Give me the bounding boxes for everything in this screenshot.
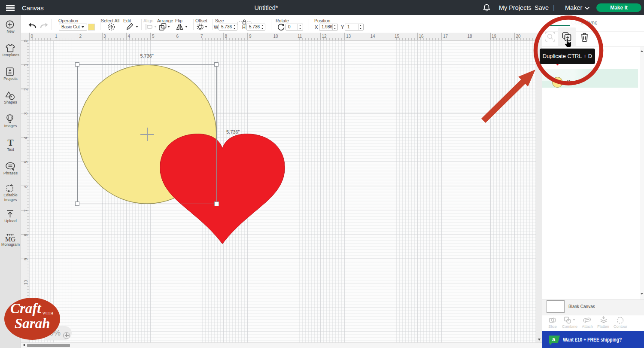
svg-text:MG: MG: [5, 236, 15, 242]
svg-text:a: a: [552, 336, 556, 342]
